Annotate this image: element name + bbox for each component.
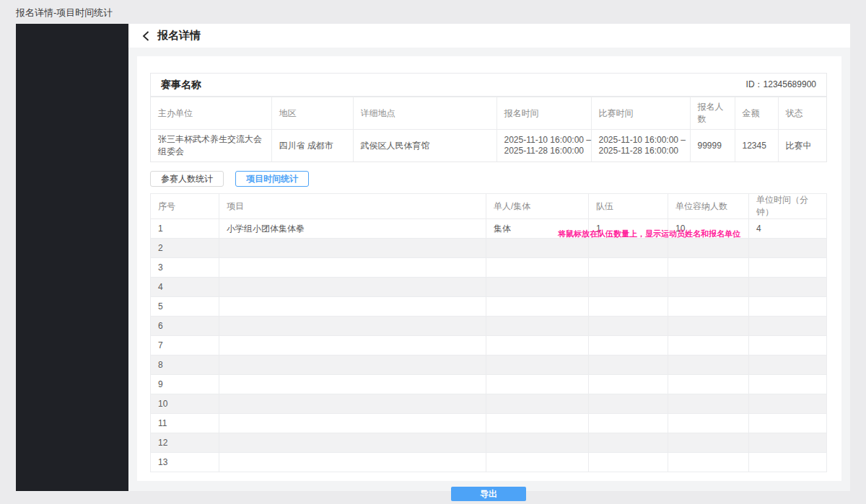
event-card-header: 赛事名称 ID：12345689900 xyxy=(151,74,826,97)
col-unit-time: 单位时间（分钟） xyxy=(749,194,827,219)
team-count-cell xyxy=(589,414,668,433)
team-count-cell xyxy=(589,394,668,414)
detail-panel: 赛事名称 ID：12345689900 主办单位 地区 详细地点 报名时间 xyxy=(137,56,841,481)
table-cell: 13 xyxy=(151,453,219,472)
table-cell: 1 xyxy=(151,219,219,239)
table-cell xyxy=(486,278,589,297)
footer-bar: 导出 xyxy=(150,487,827,501)
table-cell xyxy=(486,394,589,414)
table-cell xyxy=(749,278,827,297)
table-cell xyxy=(219,278,486,297)
info-header-row: 主办单位 地区 详细地点 报名时间 比赛时间 报名人数 金额 状态 xyxy=(151,97,826,130)
table-cell xyxy=(219,453,486,472)
col-unit-capacity: 单位容纳人数 xyxy=(668,194,749,219)
team-count-cell[interactable]: 1 xyxy=(589,219,668,239)
table-cell xyxy=(749,355,827,375)
table-cell xyxy=(668,394,749,414)
table-cell xyxy=(668,375,749,394)
table-cell xyxy=(668,317,749,336)
table-row: 3 xyxy=(151,258,827,278)
table-row: 4 xyxy=(151,278,827,297)
team-count-cell xyxy=(589,258,668,278)
status-badge: 比赛中 xyxy=(778,130,826,162)
col-status: 状态 xyxy=(778,97,826,130)
table-cell xyxy=(668,239,749,258)
table-row: 9 xyxy=(151,375,827,394)
table-cell xyxy=(219,258,486,278)
col-index: 序号 xyxy=(151,194,219,219)
table-cell xyxy=(486,258,589,278)
tab-project-time[interactable]: 项目时间统计 xyxy=(235,171,309,187)
team-count-cell xyxy=(589,355,668,375)
table-row: 2 xyxy=(151,239,827,258)
table-cell xyxy=(668,258,749,278)
main-content: 报名详情 赛事名称 ID：12345689900 主办单位 xyxy=(128,24,850,491)
table-cell xyxy=(668,355,749,375)
event-id: ID：12345689900 xyxy=(746,79,816,91)
table-row: 7 xyxy=(151,336,827,355)
stat-tabs: 参赛人数统计 项目时间统计 xyxy=(150,171,827,187)
team-count-cell xyxy=(589,297,668,317)
chevron-left-icon xyxy=(141,31,150,41)
col-venue: 详细地点 xyxy=(353,97,497,130)
table-row: 13 xyxy=(151,453,827,472)
back-button[interactable]: 报名详情 xyxy=(141,29,201,43)
organizer-value: 张三丰杯武术养生交流大会组委会 xyxy=(151,130,271,162)
table-cell xyxy=(486,375,589,394)
team-count-cell xyxy=(589,336,668,355)
match-time-value: 2025-11-10 16:00:00 – 2025-11-28 16:00:0… xyxy=(591,130,690,162)
info-data-row: 张三丰杯武术养生交流大会组委会 四川省 成都市 武侯区人民体育馆 2025-11… xyxy=(151,130,826,162)
table-cell: 11 xyxy=(151,414,219,433)
team-count-cell xyxy=(589,433,668,453)
page-header: 报名详情 xyxy=(128,24,850,48)
tab-participant-count[interactable]: 参赛人数统计 xyxy=(150,171,224,187)
col-team: 队伍 xyxy=(589,194,668,219)
col-single-group: 单人/集体 xyxy=(486,194,589,219)
table-cell xyxy=(486,317,589,336)
team-count-cell xyxy=(589,453,668,472)
col-amount: 金额 xyxy=(735,97,778,130)
table-cell xyxy=(219,317,486,336)
project-time-table: 序号 项目 单人/集体 队伍 单位容纳人数 单位时间（分钟） 1小学组小团体集体… xyxy=(150,193,827,472)
table-cell: 10 xyxy=(668,219,749,239)
table-cell xyxy=(668,336,749,355)
table-cell xyxy=(749,336,827,355)
table-cell xyxy=(486,414,589,433)
table-cell xyxy=(486,297,589,317)
table-cell xyxy=(749,258,827,278)
table-row: 5 xyxy=(151,297,827,317)
table-cell xyxy=(219,297,486,317)
table-cell xyxy=(219,336,486,355)
event-card: 赛事名称 ID：12345689900 主办单位 地区 详细地点 报名时间 xyxy=(150,73,827,162)
table-cell xyxy=(668,433,749,453)
sidebar xyxy=(16,24,128,491)
table-cell: 4 xyxy=(749,219,827,239)
table-cell xyxy=(749,375,827,394)
table-cell xyxy=(749,317,827,336)
table-cell: 10 xyxy=(151,394,219,414)
table-cell xyxy=(668,414,749,433)
table-row: 1小学组小团体集体拳集体1104 xyxy=(151,219,827,239)
table-row: 6 xyxy=(151,317,827,336)
table-cell xyxy=(486,355,589,375)
table-cell xyxy=(486,336,589,355)
team-count-cell xyxy=(589,317,668,336)
signup-count-value: 99999 xyxy=(690,130,735,162)
table-cell xyxy=(219,239,486,258)
project-time-table-wrap: 序号 项目 单人/集体 队伍 单位容纳人数 单位时间（分钟） 1小学组小团体集体… xyxy=(150,193,827,472)
page-title: 报名详情 xyxy=(157,29,201,43)
table-cell xyxy=(749,239,827,258)
table-cell: 集体 xyxy=(486,219,589,239)
browser-title: 报名详情-项目时间统计 xyxy=(0,0,866,24)
table-cell xyxy=(486,453,589,472)
table-cell: 7 xyxy=(151,336,219,355)
table-cell xyxy=(668,278,749,297)
table-cell: 8 xyxy=(151,355,219,375)
export-button[interactable]: 导出 xyxy=(451,487,526,501)
table-cell xyxy=(219,394,486,414)
col-region: 地区 xyxy=(271,97,353,130)
amount-value: 12345 xyxy=(735,130,778,162)
table-row: 10 xyxy=(151,394,827,414)
table-cell: 6 xyxy=(151,317,219,336)
event-info-table: 主办单位 地区 详细地点 报名时间 比赛时间 报名人数 金额 状态 张三丰杯武术 xyxy=(151,97,826,162)
